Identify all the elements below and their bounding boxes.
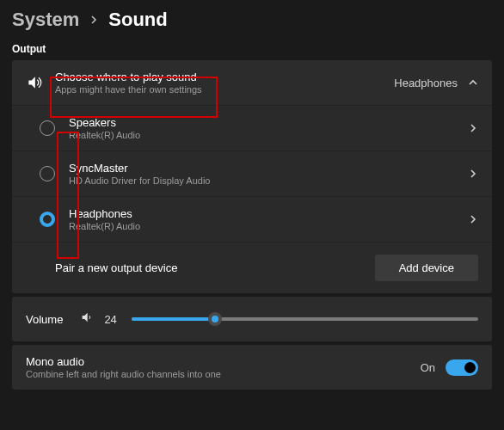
output-device-row-headphones[interactable]: Headphones Realtek(R) Audio bbox=[12, 196, 492, 242]
chevron-right-icon[interactable] bbox=[468, 214, 478, 224]
radio-speakers[interactable] bbox=[40, 120, 55, 136]
device-name: SyncMaster bbox=[69, 162, 468, 175]
output-device-expander[interactable]: Choose where to play sound Apps might ha… bbox=[12, 60, 492, 105]
mono-toggle[interactable] bbox=[446, 359, 478, 376]
volume-slider[interactable] bbox=[132, 317, 478, 321]
mono-audio-row: Mono audio Combine left and right audio … bbox=[12, 345, 492, 390]
volume-row: Volume 24 bbox=[12, 297, 492, 341]
page-title: Sound bbox=[108, 9, 167, 31]
mono-subtitle: Combine left and right audio channels in… bbox=[26, 369, 421, 379]
pair-device-row: Pair a new output device Add device bbox=[12, 242, 492, 293]
output-section-label: Output bbox=[12, 43, 492, 55]
output-current-device: Headphones bbox=[394, 77, 458, 89]
radio-syncmaster[interactable] bbox=[40, 166, 55, 181]
output-device-row-syncmaster[interactable]: SyncMaster HD Audio Driver for Display A… bbox=[12, 150, 492, 196]
device-name: Speakers bbox=[69, 116, 468, 129]
device-name: Headphones bbox=[69, 207, 468, 220]
mono-title: Mono audio bbox=[26, 355, 421, 368]
volume-label: Volume bbox=[26, 313, 63, 326]
output-header-subtitle: Apps might have their own settings bbox=[55, 84, 394, 95]
device-driver: Realtek(R) Audio bbox=[69, 130, 468, 140]
chevron-right-icon bbox=[89, 12, 98, 28]
breadcrumb-parent[interactable]: System bbox=[12, 9, 79, 31]
device-driver: HD Audio Driver for Display Audio bbox=[69, 175, 468, 186]
mono-state-label: On bbox=[421, 361, 435, 374]
device-driver: Realtek(R) Audio bbox=[69, 221, 468, 231]
speaker-icon bbox=[26, 74, 55, 91]
toggle-knob bbox=[464, 362, 476, 373]
pair-device-label: Pair a new output device bbox=[55, 261, 375, 274]
volume-slider-thumb[interactable] bbox=[208, 312, 222, 326]
volume-icon[interactable] bbox=[80, 310, 94, 328]
chevron-right-icon[interactable] bbox=[468, 123, 478, 133]
breadcrumb: System Sound bbox=[12, 9, 492, 31]
chevron-right-icon[interactable] bbox=[468, 169, 478, 179]
add-device-button[interactable]: Add device bbox=[375, 255, 478, 281]
volume-value: 24 bbox=[104, 313, 121, 326]
chevron-up-icon bbox=[468, 77, 478, 88]
output-device-row-speakers[interactable]: Speakers Realtek(R) Audio bbox=[12, 105, 492, 150]
radio-headphones[interactable] bbox=[40, 212, 55, 227]
output-header-title: Choose where to play sound bbox=[55, 71, 394, 83]
